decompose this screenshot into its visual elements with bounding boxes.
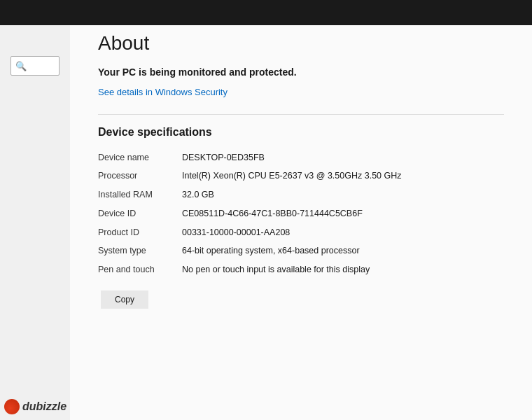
spec-label: Installed RAM [98,186,182,204]
table-row: Device nameDESKTOP-0ED35FB [98,148,504,167]
main-content: About Your PC is being monitored and pro… [70,0,532,420]
search-box[interactable]: 🔍 [10,56,59,76]
table-row: Product ID00331-10000-00001-AA208 [98,223,504,242]
specs-table: Device nameDESKTOP-0ED35FBProcessorIntel… [98,148,504,279]
table-row: System type64-bit operating system, x64-… [98,241,504,260]
spec-value: CE08511D-4C66-47C1-8BB0-711444C5CB6F [182,204,504,223]
spec-value: Intel(R) Xeon(R) CPU E5-2637 v3 @ 3.50GH… [182,167,504,186]
spec-label: System type [98,241,182,260]
spec-value: 32.0 GB [182,186,504,204]
spec-value: DESKTOP-0ED35FB [182,148,504,167]
section-title: Device specifications [98,126,504,139]
spec-label: Device name [98,148,182,167]
top-bar [0,0,532,25]
spec-label: Product ID [98,223,182,242]
watermark: dubizzle [0,399,66,414]
table-row: Installed RAM32.0 GB [98,186,504,204]
spec-label: Device ID [98,204,182,223]
security-link[interactable]: See details in Windows Security [98,87,504,97]
watermark-text: dubizzle [22,400,66,413]
copy-button[interactable]: Copy [101,290,148,309]
spec-label: Processor [98,167,182,186]
page-title: About [98,32,504,55]
table-row: Device IDCE08511D-4C66-47C1-8BB0-711444C… [98,204,504,223]
search-icon: 🔍 [15,61,27,71]
spec-label: Pen and touch [98,260,182,279]
watermark-logo [4,399,20,414]
spec-value: No pen or touch input is available for t… [182,260,504,279]
table-row: ProcessorIntel(R) Xeon(R) CPU E5-2637 v3… [98,167,504,186]
left-sidebar: 🔍 [0,0,70,420]
spec-value: 64-bit operating system, x64-based proce… [182,241,504,260]
table-row: Pen and touchNo pen or touch input is av… [98,260,504,279]
spec-value: 00331-10000-00001-AA208 [182,223,504,242]
security-notice: Your PC is being monitored and protected… [98,66,504,80]
divider [98,114,504,115]
